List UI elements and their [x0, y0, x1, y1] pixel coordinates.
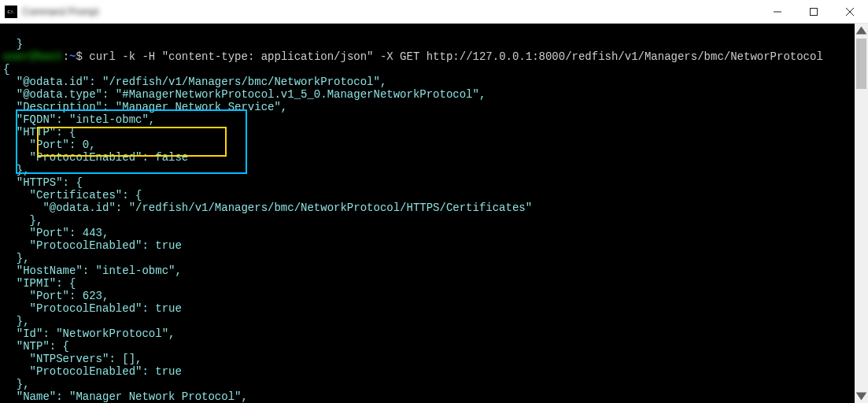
command-line: curl -k -H "content-type: application/js…: [89, 50, 823, 63]
output-line: "Port": 0,: [3, 139, 96, 151]
output-line: },: [3, 252, 30, 264]
minimize-button[interactable]: [759, 0, 796, 23]
output-line: "HostName": "intel-obmc",: [3, 264, 182, 277]
title-bar-left: C:\ Command Prompt: [0, 6, 98, 18]
output-line: "Certificates": {: [3, 189, 142, 202]
prompt-dollar: $: [76, 50, 89, 63]
vertical-scrollbar[interactable]: [855, 24, 868, 403]
console-area: } user@host:~$ curl -k -H "content-type:…: [0, 24, 868, 403]
output-line: "ProtocolEnabled": false: [3, 151, 188, 164]
output-line: },: [3, 214, 42, 227]
svg-marker-6: [856, 26, 867, 34]
output-line: "@odata.id": "/redfish/v1/Managers/bmc/N…: [3, 76, 386, 88]
output-line: "Port": 623,: [3, 290, 109, 302]
window-title: Command Prompt: [22, 6, 98, 17]
output-line: }: [3, 38, 23, 50]
output-line: "IPMI": {: [3, 277, 76, 290]
output-line: "HTTPS": {: [3, 176, 83, 189]
output-line: },: [3, 164, 30, 176]
output-line: "@odata.type": "#ManagerNetworkProtocol.…: [3, 88, 486, 101]
cmd-icon: C:\: [5, 6, 17, 18]
output-line: },: [3, 315, 30, 327]
prompt-sep: :: [63, 50, 69, 63]
output-line: },: [3, 378, 30, 390]
output-line: "NTP": {: [3, 340, 69, 353]
output-line: "ProtocolEnabled": true: [3, 239, 182, 252]
output-line: "NTPServers": [],: [3, 353, 142, 365]
svg-text:C:\: C:\: [8, 9, 14, 14]
json-brace-open: {: [3, 63, 9, 76]
scroll-down-button[interactable]: [855, 390, 868, 403]
svg-marker-7: [856, 392, 867, 400]
output-line: "@odata.id": "/redfish/v1/Managers/bmc/N…: [3, 202, 532, 214]
output-line: "Description": "Manager Network Service"…: [3, 101, 287, 113]
output-line: "ProtocolEnabled": true: [3, 302, 182, 315]
output-line: "HTTP": {: [3, 126, 76, 139]
terminal-output[interactable]: } user@host:~$ curl -k -H "content-type:…: [0, 24, 868, 403]
maximize-button[interactable]: [796, 0, 832, 23]
svg-rect-3: [811, 8, 818, 15]
output-line: "ProtocolEnabled": true: [3, 365, 182, 378]
output-line: "Id": "NetworkProtocol",: [3, 327, 175, 340]
output-line: "Port": 443,: [3, 227, 109, 239]
window-controls: [759, 0, 868, 23]
output-line: "Name": "Manager Network Protocol",: [3, 390, 248, 403]
scroll-track[interactable]: [855, 37, 868, 390]
title-bar: C:\ Command Prompt: [0, 0, 868, 24]
scroll-thumb[interactable]: [856, 39, 866, 89]
scroll-up-button[interactable]: [855, 24, 868, 37]
close-button[interactable]: [832, 0, 868, 23]
output-line: "FQDN": "intel-obmc",: [3, 113, 155, 126]
prompt-userhost: user@host: [3, 50, 63, 63]
